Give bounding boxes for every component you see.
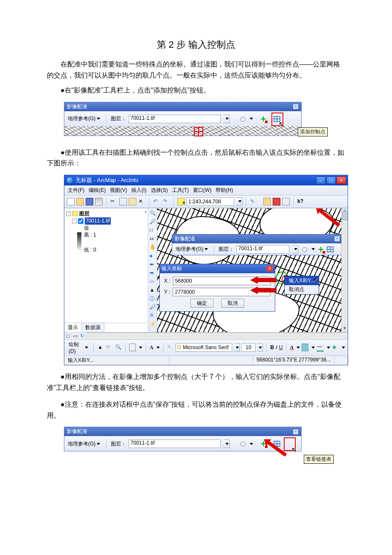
chevron-down-icon[interactable] — [250, 118, 253, 120]
close-icon[interactable]: × — [293, 104, 299, 110]
catalog-icon[interactable] — [263, 198, 271, 205]
layer-visibility-checkbox[interactable] — [78, 218, 84, 224]
pan-icon[interactable]: ✋ — [150, 244, 156, 250]
save-icon[interactable] — [86, 198, 93, 205]
editor-toolbar-icon[interactable]: ✎ — [250, 198, 257, 205]
identify-icon[interactable]: ⓘ — [150, 295, 156, 301]
marker-color-button[interactable]: ◆ — [332, 344, 339, 351]
select-features-icon[interactable]: ▭ — [150, 278, 156, 284]
add-data-icon[interactable]: + — [177, 198, 185, 205]
vertical-scrollbar[interactable]: ▲ ▼ — [341, 208, 348, 332]
close-icon[interactable]: × — [293, 429, 299, 435]
forward-extent-icon[interactable]: ➡ — [150, 270, 156, 276]
fill-color-button[interactable] — [302, 344, 308, 351]
layer-dropdown-button[interactable] — [223, 439, 230, 448]
zoom-out-icon[interactable]: 🔎 — [150, 219, 156, 225]
refresh-button[interactable]: ↻ — [79, 333, 86, 339]
font-size-dropdown[interactable] — [257, 343, 263, 352]
cancel-button[interactable]: 取消 — [221, 299, 244, 308]
full-extent-icon[interactable]: ● — [150, 253, 156, 259]
rectangle-icon[interactable] — [129, 344, 136, 351]
ok-button[interactable]: 确定 — [190, 299, 213, 308]
delete-icon[interactable]: ✕ — [138, 198, 146, 205]
line-color-button[interactable]: — — [317, 343, 323, 352]
rotate-icon[interactable] — [239, 116, 246, 122]
menu-insert[interactable]: 插入(I) — [131, 187, 146, 194]
layer-select[interactable]: 70011-1.tif — [236, 245, 289, 254]
context-menu-cancel-point[interactable]: 取消点 — [285, 285, 319, 294]
menu-window[interactable]: 窗口(W) — [193, 187, 211, 194]
dialog-close-button[interactable]: × — [266, 266, 273, 272]
rotate-icon[interactable]: ⟳ — [106, 344, 112, 351]
draw-menu-button[interactable]: 绘制(D) — [67, 341, 90, 355]
close-icon[interactable]: × — [334, 236, 340, 242]
measure-icon[interactable]: ≞ — [150, 312, 156, 318]
select-elements-icon[interactable]: ▲ — [150, 287, 156, 293]
data-view-button[interactable]: □ — [64, 333, 72, 339]
font-color-button[interactable]: A — [290, 344, 294, 351]
zoom-in-icon[interactable]: 🔍 — [150, 210, 156, 216]
paste-icon[interactable] — [129, 198, 136, 205]
italic-button[interactable]: I — [276, 344, 277, 351]
toc-tab-display[interactable]: 显示 — [64, 323, 82, 332]
minimize-button[interactable]: – — [316, 176, 326, 184]
command-line-icon[interactable] — [282, 198, 290, 205]
georef-menu-button[interactable]: 地理参考(G) — [66, 440, 102, 448]
menu-help[interactable]: 帮助(H) — [216, 187, 233, 194]
rotate-icon[interactable] — [301, 246, 308, 253]
layer-dropdown-button[interactable] — [292, 245, 298, 254]
georef-menu-button[interactable]: 地理参考(G) — [66, 115, 102, 123]
georef-menu-button[interactable]: 地理参考(G) — [174, 245, 210, 253]
chevron-down-icon[interactable] — [311, 248, 315, 250]
back-extent-icon[interactable]: ⬅ — [150, 261, 156, 267]
arcmap-menu-bar[interactable]: 文件(F) 编辑(E) 视图(V) 插入(I) 选择(S) 工具(T) 窗口(W… — [64, 185, 348, 196]
layer-name[interactable]: 70011-1.tif — [85, 217, 111, 225]
menu-file[interactable]: 文件(F) — [68, 187, 84, 194]
toc-close-icon[interactable]: × — [144, 209, 147, 214]
cut-icon[interactable]: ✂ — [110, 198, 118, 205]
underline-button[interactable]: U — [279, 344, 283, 350]
font-name-select[interactable]: O Microsoft Sans Serif — [176, 343, 232, 352]
edit-vertices-icon[interactable]: ✎ — [167, 344, 173, 351]
view-link-table-button[interactable] — [327, 246, 334, 252]
scale-box[interactable]: 1:243,244,708 — [187, 197, 234, 206]
open-icon[interactable] — [76, 198, 84, 205]
font-name-dropdown[interactable] — [234, 343, 240, 352]
menu-edit[interactable]: 编辑(E) — [89, 187, 106, 194]
rotate-icon[interactable] — [239, 440, 246, 447]
layer-select[interactable]: 70011-1.tif — [129, 115, 221, 123]
copy-icon[interactable] — [119, 198, 127, 205]
map-view[interactable]: W W W 影像配准 × 地理参考(G) 图层： 70011-1.tif — [157, 208, 348, 332]
chevron-down-icon[interactable] — [250, 443, 253, 445]
redo-icon[interactable]: ↷ — [162, 198, 170, 205]
layout-view-button[interactable]: ▭ — [72, 333, 79, 339]
scale-dropdown[interactable] — [236, 197, 242, 206]
add-control-point-button[interactable] — [260, 116, 267, 122]
maximize-button[interactable]: □ — [326, 176, 336, 184]
menu-tools[interactable]: 工具(T) — [172, 187, 189, 194]
print-icon[interactable] — [95, 198, 103, 205]
hyperlink-icon[interactable]: ⚡ — [150, 321, 156, 327]
undo-icon[interactable]: ↶ — [153, 198, 161, 205]
horizontal-scrollbar[interactable] — [86, 332, 348, 339]
layer-dropdown-button[interactable] — [223, 115, 230, 123]
fixed-zoom-in-icon[interactable]: ∷ — [150, 227, 156, 233]
text-tool-icon[interactable]: A — [150, 344, 153, 351]
font-size-select[interactable]: 10 — [242, 343, 256, 352]
toc-tab-source[interactable]: 数据源 — [82, 323, 104, 332]
close-button[interactable]: × — [337, 176, 346, 184]
new-icon[interactable] — [67, 198, 75, 205]
bold-button[interactable]: B — [270, 344, 274, 350]
add-control-point-button[interactable] — [317, 246, 324, 253]
menu-view[interactable]: 视图(V) — [110, 187, 127, 194]
menu-select[interactable]: 选择(S) — [151, 187, 168, 194]
help-icon[interactable]: k? — [297, 198, 305, 205]
zoom-icon[interactable]: 🔍 — [115, 344, 122, 351]
toc-root[interactable]: 图层 — [79, 210, 89, 217]
collapse-icon[interactable]: - — [66, 211, 71, 216]
toolbox-icon[interactable] — [273, 198, 280, 205]
collapse-icon[interactable]: - — [72, 219, 77, 223]
fixed-zoom-out-icon[interactable]: ∺ — [150, 236, 156, 242]
find-icon[interactable]: 🔎 — [150, 304, 156, 310]
layer-select[interactable]: 70011-1.tif — [129, 439, 221, 448]
